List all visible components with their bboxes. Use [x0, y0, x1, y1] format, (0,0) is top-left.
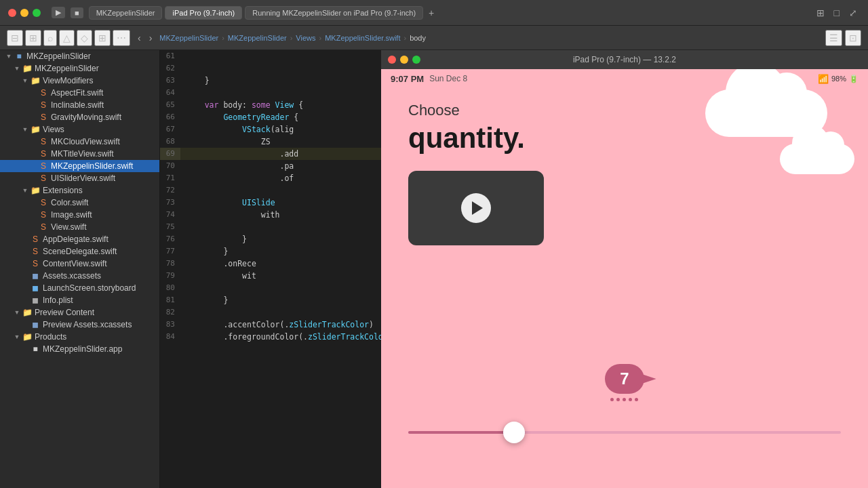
video-player[interactable]	[408, 171, 544, 245]
sidebar-item-image[interactable]: S Image.swift	[0, 209, 159, 221]
traffic-lights	[8, 9, 41, 17]
breadcrumb-sep: ›	[403, 34, 406, 42]
sidebar-item-folder-main[interactable]: ▼ 📁 MKZeppelinSlider	[0, 62, 159, 75]
folder-icon: 📁	[30, 186, 41, 195]
sidebar-item-mkzeppelinslider-swift[interactable]: S MKZeppelinSlider.swift	[0, 160, 159, 172]
sidebar-item-infoplist[interactable]: ◼ Info.plist	[0, 294, 159, 306]
code-line: 65 var body: some View {	[160, 99, 381, 111]
sidebar-item-aspectfit[interactable]: S AspectFit.swift	[0, 87, 159, 99]
tab-running[interactable]: Running MKZeppelinSlider on iPad Pro (9.…	[245, 6, 423, 20]
sidebar-item-products[interactable]: ▼ 📁 Products	[0, 331, 159, 343]
more-button[interactable]: ⋯	[113, 30, 130, 46]
tab-mkzeppelinslider[interactable]: MKZeppelinSlider	[89, 6, 163, 20]
sidebar-item-app[interactable]: ■ MKZeppelinSlider.app	[0, 343, 159, 355]
line-number: 69	[160, 148, 180, 160]
add-tab-button[interactable]: +	[426, 6, 437, 20]
code-content: with	[180, 209, 381, 221]
simulator-screen: 9:07 PM Sun Dec 8 📶 98% 🔋 Choose quantit…	[381, 69, 868, 488]
simulator-title: iPad Pro (9.7-inch) — 13.2.2	[573, 55, 676, 64]
title-bar: ▶ ■ MKZeppelinSlider iPad Pro (9.7-inch)…	[0, 0, 868, 26]
code-line: 72	[160, 184, 381, 197]
sidebar-item-label: ContentView.swift	[43, 259, 107, 268]
code-line: 73 UISlide	[160, 197, 381, 209]
line-number: 68	[160, 136, 180, 148]
sidebar-item-mktitleview[interactable]: S MKTitleView.swift	[0, 148, 159, 160]
sidebar-item-preview-content[interactable]: ▼ 📁 Preview Content	[0, 306, 159, 319]
breadcrumb-item[interactable]: MKZeppelinSlider.swift	[325, 34, 400, 42]
diamond-button[interactable]: ◇	[77, 30, 92, 46]
sidebar-item-extensions[interactable]: ▼ 📁 Extensions	[0, 184, 159, 197]
close-button[interactable]	[8, 9, 16, 17]
list-view-button[interactable]: ☰	[825, 30, 842, 46]
slider-thumb[interactable]	[503, 422, 525, 443]
grid-button[interactable]: ⊞	[94, 30, 111, 46]
back-nav-button[interactable]: ‹	[134, 32, 144, 44]
breadcrumb-sep: ›	[319, 34, 322, 42]
sidebar-item-appdelegate[interactable]: S AppDelegate.swift	[0, 233, 159, 245]
project-icon: ■	[14, 52, 24, 61]
code-content	[180, 221, 381, 233]
split-editor-button[interactable]: ⊞	[814, 6, 827, 20]
maximize-button[interactable]	[33, 9, 41, 17]
stop-button[interactable]: ■	[71, 7, 83, 18]
sidebar-item-launchscreen[interactable]: ◼ LaunchScreen.storyboard	[0, 282, 159, 294]
slider-track	[408, 431, 841, 434]
search-button[interactable]: ⌕	[43, 30, 57, 46]
line-number: 66	[160, 111, 180, 123]
dot	[616, 398, 620, 401]
code-content: .add	[180, 148, 381, 160]
minimize-button[interactable]	[20, 9, 28, 17]
breadcrumb-item[interactable]: MKZeppelinSlider	[159, 34, 218, 42]
fullscreen-button[interactable]: ⤢	[846, 6, 860, 20]
sidebar-item-label: MKZeppelinSlider.app	[43, 344, 122, 354]
play-button[interactable]	[461, 193, 491, 223]
tab-label: iPad Pro (9.7-inch)	[172, 9, 235, 17]
breadcrumb-item[interactable]: Views	[296, 34, 315, 42]
toolbar: ⊟ ⊞ ⌕ △ ◇ ⊞ ⋯ ‹ › MKZeppelinSlider › MKZ…	[0, 26, 868, 50]
sidebar-item-preview-assets[interactable]: ◼ Preview Assets.xcassets	[0, 319, 159, 331]
sidebar-item-assets[interactable]: ◼ Assets.xcassets	[0, 270, 159, 282]
sidebar-item-contentview[interactable]: S ContentView.swift	[0, 258, 159, 270]
sidebar-item-color[interactable]: S Color.swift	[0, 197, 159, 209]
inspector-toggle[interactable]: ⊞	[25, 30, 41, 46]
layout-button[interactable]: □	[831, 6, 842, 20]
code-editor[interactable]: 61 62 63 } 64 65 var body: some View {	[160, 50, 381, 488]
file-navigator: ▼ ■ MKZeppelinSlider ▼ 📁 MKZeppelinSlide…	[0, 50, 160, 488]
sidebar-item-label: UISliderView.swift	[51, 174, 115, 183]
code-area[interactable]: 61 62 63 } 64 65 var body: some View {	[160, 50, 381, 488]
line-number: 82	[160, 306, 180, 319]
sim-maximize-button[interactable]	[412, 56, 420, 64]
tab-ipad[interactable]: iPad Pro (9.7-inch)	[165, 6, 242, 20]
warning-button[interactable]: △	[59, 30, 75, 46]
code-line: 64	[160, 87, 381, 99]
code-content: .onRece	[180, 258, 381, 270]
code-line: 66 GeometryReader {	[160, 111, 381, 123]
sidebar-item-inclinable[interactable]: S Inclinable.swift	[0, 99, 159, 111]
sim-minimize-button[interactable]	[400, 56, 408, 64]
sidebar-item-project-root[interactable]: ▼ ■ MKZeppelinSlider	[0, 50, 159, 62]
status-date: Sun Dec 8	[429, 74, 467, 83]
forward-nav-button[interactable]: ›	[146, 32, 156, 44]
sidebar-item-label: MKZeppelinSlider	[35, 64, 99, 73]
code-line: 61	[160, 50, 381, 62]
sim-close-button[interactable]	[388, 56, 396, 64]
code-line: 84 .foregroundColor(.zSliderTrackColor)	[160, 331, 381, 343]
sidebar-item-viewmodifiers[interactable]: ▼ 📁 ViewModifiers	[0, 75, 159, 87]
main-area: ▼ ■ MKZeppelinSlider ▼ 📁 MKZeppelinSlide…	[0, 50, 868, 488]
code-content: .accentColor(.zSliderTrackColor)	[180, 319, 381, 331]
sidebar-item-scenedelegate[interactable]: S SceneDelegate.swift	[0, 245, 159, 258]
run-button[interactable]: ▶	[52, 7, 65, 18]
folder-icon: 📁	[30, 125, 41, 134]
sidebar-item-views[interactable]: ▼ 📁 Views	[0, 123, 159, 136]
sidebar-item-mkcloudview[interactable]: S MKCloudView.swift	[0, 136, 159, 148]
sidebar-item-view[interactable]: S View.swift	[0, 221, 159, 233]
sidebar-item-gravitymoving[interactable]: S GravityMoving.swift	[0, 111, 159, 123]
swift-file-icon: S	[38, 137, 49, 146]
breadcrumb-item[interactable]: MKZeppelinSlider	[228, 34, 287, 42]
sidebar-item-label: Image.swift	[51, 210, 92, 220]
file-tree-toggle[interactable]: ⊟	[7, 30, 23, 46]
simulator: iPad Pro (9.7-inch) — 13.2.2 9:07 PM Sun…	[381, 50, 868, 488]
sidebar-item-uisliderview[interactable]: S UISliderView.swift	[0, 172, 159, 184]
filter-button[interactable]: ⊡	[845, 30, 861, 46]
code-content: wit	[180, 270, 381, 282]
